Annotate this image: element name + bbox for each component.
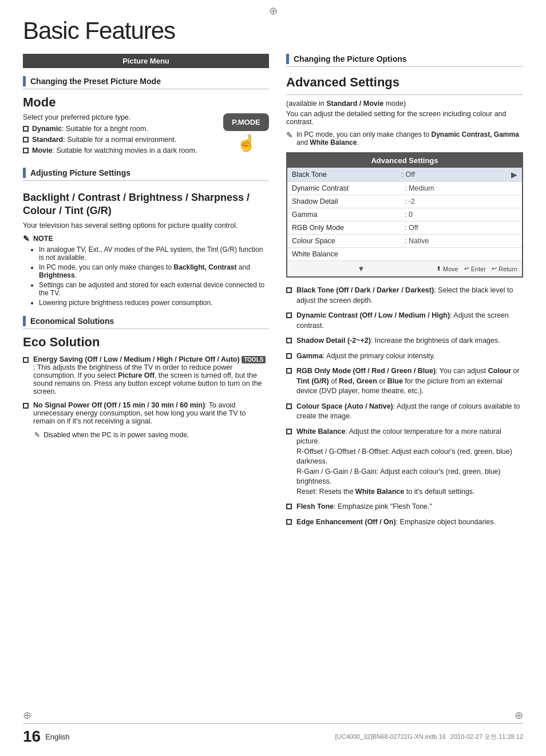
bullet-icon <box>23 137 29 143</box>
adv-row-gamma: Gamma : 0 <box>287 208 522 221</box>
adv-row-shadow-detail: Shadow Detail : -2 <box>287 195 522 208</box>
adv-row-rgb-only: RGB Only Mode : Off <box>287 221 522 235</box>
note-icon: ✎ <box>23 234 30 243</box>
backlight-heading: Backlight / Contrast / Brightness / Shar… <box>23 191 269 218</box>
mode-item-3-text: Movie: Suitable for watching movies in a… <box>32 147 197 155</box>
note-item-1: In analogue TV, Ext., AV modes of the PA… <box>39 246 269 262</box>
page-footer: 16 English [UC4000_32]BN68-02722G-XN.ind… <box>23 723 523 746</box>
bullet-icon <box>286 287 292 293</box>
bullet-icon <box>23 126 29 132</box>
adv-table-header: Advanced Settings <box>287 153 522 168</box>
pmode-button: P.MODE <box>223 113 269 131</box>
preset-mode-header: Changing the Preset Picture Mode <box>23 76 269 89</box>
preset-mode-bar <box>23 76 26 86</box>
nav-return: ↩ Return <box>492 265 517 272</box>
adj-section-header: Adjusting Picture Settings <box>23 168 269 181</box>
adj-title: Adjusting Picture Settings <box>30 168 130 177</box>
note-item-3: Settings can be adjusted and stored for … <box>39 281 269 297</box>
backlight-desc: Your television has several setting opti… <box>23 221 269 229</box>
adv-row-black-tone: Black Tone : Off ▶ <box>287 168 522 182</box>
picture-menu-bar: Picture Menu <box>23 54 269 68</box>
enter-icon: ↵ <box>464 265 469 272</box>
row-arrow-icon: ▶ <box>511 170 517 179</box>
feature-gamma-text: Gamma: Adjust the primary colour intensi… <box>296 351 435 362</box>
avail-text: (available in Standard / Movie mode) <box>286 100 523 108</box>
eco-title: Economical Solutions <box>30 316 114 326</box>
row-value-dynamic-contrast: : Medium <box>405 184 517 192</box>
row-value-rgb-only: : Off <box>405 224 517 232</box>
advanced-settings-section: Advanced Settings (available in Standard… <box>286 75 523 527</box>
desc-text: You can adjust the detailed setting for … <box>286 110 523 126</box>
adv-row-colour-space: Colour Space : Native <box>287 235 522 248</box>
two-column-layout: Picture Menu Changing the Preset Picture… <box>23 54 523 536</box>
adj-bar <box>23 168 26 178</box>
bullet-icon <box>286 504 292 509</box>
picture-options-bar <box>286 54 289 64</box>
bullet-icon <box>286 338 292 343</box>
eco-item-1-text: Energy Saving (Off / Low / Medium / High… <box>33 355 269 395</box>
page-number: 16 <box>23 727 41 746</box>
bullet-icon <box>286 312 292 318</box>
pc-note: ✎ In PC mode, you can only make changes … <box>286 130 523 147</box>
adv-heading: Advanced Settings <box>286 75 523 90</box>
mode-item-2-text: Standard: Suitable for a normal environm… <box>32 136 176 144</box>
row-name-white-balance: White Balance <box>292 250 405 258</box>
eco-header: Economical Solutions <box>23 316 269 329</box>
mode-desc: Select your preferred picture type. <box>23 113 217 121</box>
left-column: Picture Menu Changing the Preset Picture… <box>23 54 269 536</box>
feature-dynamic-contrast: Dynamic Contrast (Off / Low / Medium / H… <box>286 311 523 331</box>
feature-shadow-detail: Shadow Detail (-2~+2): Increase the brig… <box>286 336 523 346</box>
note-title: ✎ NOTE <box>23 234 269 243</box>
bullet-icon <box>286 429 292 434</box>
return-icon: ↩ <box>492 265 497 272</box>
feature-flesh-tone: Flesh Tone: Emphasize pink "Flesh Tone." <box>286 502 523 512</box>
bullet-icon <box>286 368 292 374</box>
page: ⊕ Basic Features Picture Menu Changing t… <box>0 0 546 756</box>
footer-date: 2010-02-27 오전 11:28 12 <box>450 733 523 741</box>
pmode-hand-icon: ☝ <box>236 133 256 152</box>
feature-rgb-text: RGB Only Mode (Off / Red / Green / Blue)… <box>296 366 523 397</box>
mode-list: Dynamic: Suitable for a bright room. Sta… <box>23 125 217 155</box>
feature-flesh-tone-text: Flesh Tone: Emphasize pink "Flesh Tone." <box>296 502 432 512</box>
page-title: Basic Features <box>23 17 523 45</box>
mode-text: Select your preferred picture type. Dyna… <box>23 113 217 157</box>
nav-move: ⬆ Move <box>436 265 458 272</box>
row-name-dynamic-contrast: Dynamic Contrast <box>292 184 405 192</box>
mode-content: Select your preferred picture type. Dyna… <box>23 113 269 157</box>
eco-heading: Eco Solution <box>23 335 269 350</box>
mode-list-item-1: Dynamic: Suitable for a bright room. <box>23 125 217 133</box>
eco-bar <box>23 316 26 326</box>
nav-enter: ↵ Enter <box>464 265 486 272</box>
pmode-widget: P.MODE ☝ <box>223 113 269 152</box>
bullet-icon <box>286 519 292 525</box>
mode-list-item-2: Standard: Suitable for a normal environm… <box>23 136 217 144</box>
eco-list: Energy Saving (Off / Low / Medium / High… <box>23 355 269 425</box>
eco-content: Eco Solution Energy Saving (Off / Low / … <box>23 335 269 439</box>
note-box: ✎ NOTE In analogue TV, Ext., AV modes of… <box>23 234 269 307</box>
row-name-colour-space: Colour Space <box>292 237 405 245</box>
nav-enter-label: Enter <box>471 266 486 272</box>
mode-heading: Mode <box>23 95 269 110</box>
feature-colour-space: Colour Space (Auto / Native): Adjust the… <box>286 402 523 422</box>
nav-move-label: Move <box>443 266 458 272</box>
eco-item-2: No Signal Power Off (Off / 15 min / 30 m… <box>23 401 269 425</box>
picture-options-title: Changing the Picture Options <box>294 54 407 64</box>
bullet-icon <box>23 357 29 363</box>
row-name-black-tone: Black Tone <box>292 171 402 179</box>
bullet-icon <box>286 403 292 409</box>
mode-item-1-text: Dynamic: Suitable for a bright room. <box>32 125 148 133</box>
eco-item-1: Energy Saving (Off / Low / Medium / High… <box>23 355 269 395</box>
note-list: In analogue TV, Ext., AV modes of the PA… <box>23 246 269 307</box>
page-language: English <box>45 733 70 741</box>
feature-white-balance-text: White Balance: Adjust the colour tempera… <box>296 427 523 497</box>
adv-row-dynamic-contrast: Dynamic Contrast : Medium <box>287 182 522 195</box>
pc-note-icon: ✎ <box>286 130 293 140</box>
backlight-section: Backlight / Contrast / Brightness / Shar… <box>23 191 269 307</box>
eco-section: Economical Solutions Eco Solution Energy… <box>23 316 269 439</box>
mode-list-item-3: Movie: Suitable for watching movies in a… <box>23 147 217 155</box>
feature-shadow-detail-text: Shadow Detail (-2~+2): Increase the brig… <box>296 336 500 346</box>
pmode-label: P.MODE <box>232 118 260 126</box>
pc-note-text: In PC mode, you can only make changes to… <box>296 130 523 147</box>
row-value-shadow-detail: : -2 <box>405 197 517 205</box>
feature-black-tone: Black Tone (Off / Dark / Darker / Darkes… <box>286 286 523 306</box>
